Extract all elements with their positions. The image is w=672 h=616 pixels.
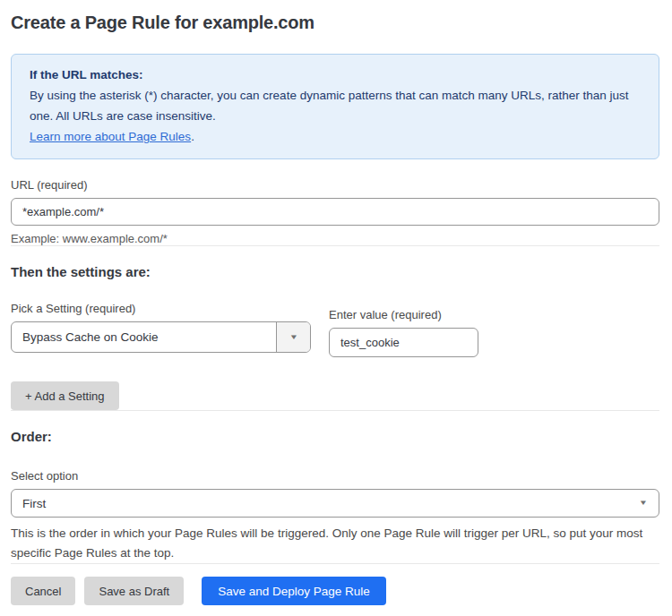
setting-value-input[interactable] xyxy=(329,328,478,357)
action-button-row: Cancel Save as Draft Save and Deploy Pag… xyxy=(11,577,659,605)
url-example-helper: Example: www.example.com/* xyxy=(11,232,659,245)
divider xyxy=(11,563,659,564)
settings-row: Pick a Setting (required) Bypass Cache o… xyxy=(11,302,659,357)
enter-value-label: Enter value (required) xyxy=(329,308,478,321)
pick-setting-field: Pick a Setting (required) Bypass Cache o… xyxy=(11,302,311,357)
order-select-value: First xyxy=(12,497,640,510)
create-page-rule-panel: Create a Page Rule for example.com If th… xyxy=(11,13,659,605)
chevron-down-icon: ▼ xyxy=(289,334,297,341)
dropdown-arrow-button[interactable]: ▼ xyxy=(276,322,310,352)
chevron-down-icon: ▼ xyxy=(639,500,648,507)
order-helper-text: This is the order in which your Page Rul… xyxy=(11,524,659,563)
learn-more-link[interactable]: Learn more about Page Rules xyxy=(30,130,191,143)
info-box-body: By using the asterisk (*) character, you… xyxy=(30,85,641,126)
divider xyxy=(11,245,659,246)
add-setting-button[interactable]: + Add a Setting xyxy=(11,381,119,410)
cancel-button[interactable]: Cancel xyxy=(11,577,75,605)
url-match-info-box: If the URL matches: By using the asteris… xyxy=(11,54,659,159)
select-option-label: Select option xyxy=(11,469,659,483)
pick-setting-label: Pick a Setting (required) xyxy=(11,302,311,315)
save-draft-button[interactable]: Save as Draft xyxy=(84,577,184,605)
url-label: URL (required) xyxy=(11,178,659,192)
order-select[interactable]: First ▼ xyxy=(11,489,659,518)
url-field: URL (required) Example: www.example.com/… xyxy=(11,178,659,245)
info-box-link-line: Learn more about Page Rules. xyxy=(30,126,641,147)
save-deploy-button[interactable]: Save and Deploy Page Rule xyxy=(202,577,386,605)
order-heading: Order: xyxy=(11,429,659,444)
order-field: Select option First ▼ This is the order … xyxy=(11,469,659,563)
enter-value-field: Enter value (required) xyxy=(329,308,478,357)
page-title: Create a Page Rule for example.com xyxy=(11,13,659,33)
pick-setting-value: Bypass Cache on Cookie xyxy=(12,330,276,344)
settings-heading: Then the settings are: xyxy=(11,264,659,279)
info-box-heading: If the URL matches: xyxy=(30,64,641,85)
divider xyxy=(11,410,659,411)
url-input[interactable] xyxy=(11,198,659,226)
pick-setting-select[interactable]: Bypass Cache on Cookie ▼ xyxy=(11,321,311,353)
link-period: . xyxy=(191,130,194,143)
